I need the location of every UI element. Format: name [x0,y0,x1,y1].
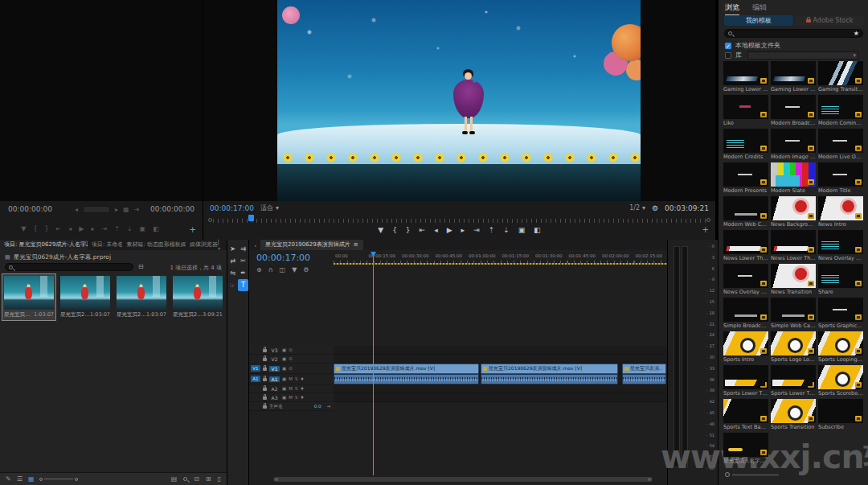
slider-knob[interactable] [725,472,730,477]
local-templates-checkbox[interactable]: ✓ [725,43,731,49]
template-item[interactable]: Sports Lower Third Side [771,365,816,397]
template-item[interactable]: News Lower Third Left [723,230,768,262]
track-name-chip[interactable]: V1 [269,366,280,372]
tab-edit[interactable]: 编辑 [752,2,767,15]
track-header-a3[interactable]: A3▣MS♦ [249,393,334,402]
sync-lock-icon[interactable]: ▣ [282,386,286,391]
track-lane[interactable] [334,384,667,393]
project-clip[interactable]: 星光宝贝表演...1:03:07 [2,274,55,320]
pen-tool[interactable]: ✒ [238,267,248,279]
template-item[interactable]: Simple Web Caption [771,298,816,330]
extract-icon[interactable]: ⇣ [127,225,133,232]
template-item[interactable]: News Overlay Left [818,230,863,262]
linked-icon[interactable]: ◫ [280,266,286,273]
export-frame-icon[interactable]: ▣ [518,226,526,234]
sync-lock-icon[interactable]: ▣ [282,347,286,352]
template-item[interactable]: News Intro [818,196,863,228]
step-back-icon[interactable]: ◂ [434,226,438,234]
more-tabs-icon[interactable]: » [218,245,221,252]
template-item[interactable]: Modern Credits [723,129,768,161]
template-item[interactable]: Sports Lower Third Cen... [723,365,768,397]
sync-lock-icon[interactable]: ▣ [282,376,286,381]
template-item[interactable]: 星光宝贝人名字幕条 [723,433,768,465]
track-name-chip[interactable]: A3 [269,395,280,401]
track-lock-icon[interactable] [263,368,267,371]
go-to-out-icon[interactable]: ⇥ [102,225,108,232]
zoom-slider[interactable] [39,478,78,481]
mute-button[interactable]: M [289,395,293,400]
tab-project-main[interactable]: 项目: 星光宝贝0629成片-人名字幕 ≡ [0,240,88,250]
solo-button[interactable]: S [295,376,298,381]
project-clip[interactable]: 星光宝贝201906...1:03:07 [59,274,112,320]
track-lock-icon[interactable] [263,397,267,400]
track-output-eye-icon[interactable]: ⊙ [289,347,293,352]
template-item[interactable]: Sports Intro [723,331,768,364]
source-clip-selector[interactable] [83,206,110,213]
template-item[interactable]: Modern Live Overlay [818,129,863,161]
compare-view-icon[interactable]: ◧ [534,226,541,234]
delete-icon[interactable]: ▯ [218,475,221,483]
add-marker-icon[interactable]: ▼ [292,266,297,273]
timeline-playhead[interactable] [373,252,374,475]
mute-button[interactable]: M [289,386,293,391]
template-item[interactable]: Gaming Lower Third Ri... [771,61,816,93]
template-search-input[interactable]: ★ [724,29,863,38]
template-item[interactable]: Modern Slate [771,162,816,195]
track-output-eye-icon[interactable]: ⊙ [289,366,293,371]
project-search-input[interactable] [5,263,133,271]
play-icon[interactable]: ▶ [79,225,84,232]
favorites-star-icon[interactable]: ★ [854,30,859,37]
template-item[interactable]: News Overlay Right [723,264,768,296]
library-dropdown[interactable]: ▾ [747,51,858,60]
track-lock-icon[interactable] [263,378,267,381]
template-item[interactable]: Sports Logo Loop [771,331,816,364]
library-checkbox[interactable] [725,52,731,59]
solo-button[interactable]: S [295,395,298,400]
template-item[interactable]: Like [723,95,768,127]
project-clip[interactable]: 星光宝贝201906...3:09:21 [171,274,224,320]
track-lane[interactable] [334,355,667,364]
template-item[interactable]: Sports Scoreboard [818,365,863,397]
wrench-icon[interactable]: ⚙ [303,266,309,273]
template-item[interactable]: Modern Title [818,162,863,195]
template-item[interactable]: News Lower Third Right [771,230,816,262]
playback-resolution-dropdown[interactable]: 1/2 ▾ [629,204,645,212]
video-clip[interactable]: 星光宝贝表演.. [622,364,666,374]
sync-lock-icon[interactable]: ▣ [282,366,286,371]
prev-edit-icon[interactable]: ◂ [75,206,78,213]
program-scrub-bar[interactable] [208,215,710,224]
list-view-icon[interactable]: ☰ [17,475,23,483]
timeline-timecode[interactable]: 00:00:17:00 [256,253,310,263]
selection-tool[interactable]: ➤ [227,243,238,255]
template-item[interactable]: Modern Broadcast Capt... [771,95,816,127]
template-item[interactable]: News Transition [771,264,816,296]
go-to-out-icon[interactable]: ⇥ [473,226,480,234]
template-item[interactable]: Subscribe [818,399,863,431]
compare-view-icon[interactable]: ◧ [153,225,159,232]
track-name-chip[interactable]: A1 [269,376,280,382]
video-clip[interactable]: 星光宝贝20190629表演剪辑成片.mov [V] [334,364,479,374]
voiceover-record-icon[interactable]: ♦ [300,395,304,400]
snap-icon[interactable]: ∩ [268,266,273,273]
program-button-editor-icon[interactable]: + [702,225,709,234]
program-playhead[interactable] [248,215,254,221]
track-lock-icon[interactable] [263,405,267,409]
tab-browse[interactable]: 浏览 [725,2,739,15]
track-name-chip[interactable]: V2 [269,356,280,362]
track-name-chip[interactable]: V3 [269,347,280,353]
template-item[interactable]: Modern Presents [723,162,768,195]
track-header-v2[interactable]: V2▣⊙ [249,355,334,364]
lift-icon[interactable]: ⇡ [114,225,120,232]
template-item[interactable]: Sports Graphic Overlay [818,298,863,330]
video-clip[interactable]: 星光宝贝20190629表演剪辑成片.mov [V] [481,364,618,374]
template-item[interactable]: Modern Web Caption [723,196,768,228]
step-forward-icon[interactable]: ▸ [91,225,94,232]
track-header-v3[interactable]: V3▣⊙ [249,346,334,355]
source-button-editor-icon[interactable]: + [190,225,196,234]
audio-clip[interactable] [334,374,479,384]
panel-menu-icon[interactable]: ≡ [354,240,358,250]
tab-media-browser[interactable]: 媒体浏览器 [186,240,218,250]
track-header-v1[interactable]: V1V1▣⊙ [249,364,334,374]
thumbnail-size-slider[interactable] [725,471,781,478]
adobe-stock-button[interactable]: Adobe Stock [795,15,864,26]
